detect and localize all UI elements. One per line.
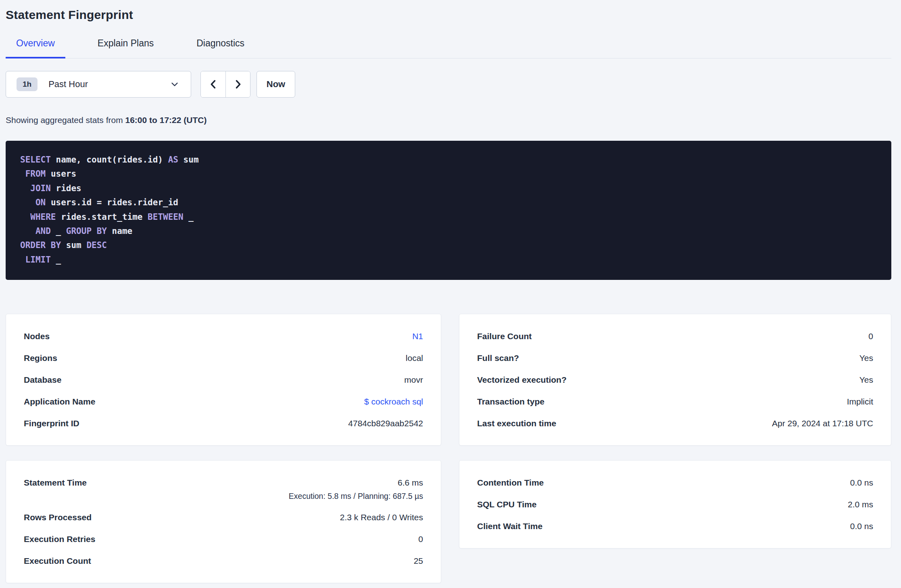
stat-value-wrap: N1 bbox=[62, 330, 423, 342]
tab-overview[interactable]: Overview bbox=[6, 38, 65, 58]
sql-text bbox=[20, 183, 30, 193]
stat-value: 2.3 k Reads / 0 Writes bbox=[340, 513, 423, 522]
page-title: Statement Fingerprint bbox=[6, 0, 891, 22]
sql-text bbox=[20, 212, 30, 222]
sql-text: sum bbox=[178, 155, 199, 165]
stat-label: Database bbox=[24, 374, 61, 386]
stat-label: Client Wait Time bbox=[477, 520, 542, 532]
sql-text bbox=[20, 169, 25, 179]
stat-value: Yes bbox=[859, 375, 873, 384]
stat-label: Statement Time bbox=[24, 477, 87, 488]
stat-row: Execution Retries0 bbox=[24, 533, 423, 545]
tab-diagnostics[interactable]: Diagnostics bbox=[186, 38, 255, 58]
sql-text bbox=[20, 255, 25, 265]
stat-value-wrap: 0.0 ns bbox=[555, 520, 873, 532]
stat-label: Rows Processed bbox=[24, 511, 92, 523]
stats-line-prefix: Showing aggregated stats from bbox=[6, 115, 125, 125]
sql-keyword: LIMIT bbox=[25, 255, 51, 265]
stat-label: Nodes bbox=[24, 330, 50, 342]
sql-keyword: JOIN bbox=[30, 183, 51, 193]
sql-keyword: WHERE bbox=[30, 212, 56, 222]
stat-value: movr bbox=[404, 375, 423, 384]
stats-line-range: 16:00 to 17:22 (UTC) bbox=[125, 115, 207, 125]
sql-line: FROM users bbox=[20, 167, 877, 181]
stat-value-link[interactable]: $ cockroach sql bbox=[364, 397, 423, 406]
sql-text bbox=[20, 198, 35, 207]
time-range-label: Past Hour bbox=[48, 79, 170, 90]
stat-value-wrap: 0 bbox=[544, 330, 873, 342]
stats-cards-grid: NodesN1RegionslocalDatabasemovrApplicati… bbox=[6, 314, 891, 583]
stat-row: Transaction typeImplicit bbox=[477, 396, 873, 407]
stat-value-wrap: Apr 29, 2024 at 17:18 UTC bbox=[568, 417, 873, 429]
stat-row: Statement Time6.6 msExecution: 5.8 ms / … bbox=[24, 477, 423, 501]
wait-timings-card: Contention Time0.0 nsSQL CPU Time2.0 msC… bbox=[459, 460, 891, 548]
next-time-range-button[interactable] bbox=[225, 71, 250, 97]
now-button[interactable]: Now bbox=[257, 71, 295, 98]
sql-text: users.id = rides.rider_id bbox=[46, 198, 178, 207]
sql-keyword: ORDER BY bbox=[20, 240, 61, 250]
stat-row: Full scan?Yes bbox=[477, 352, 873, 364]
sql-keyword: BETWEEN bbox=[148, 212, 184, 222]
stat-row: Failure Count0 bbox=[477, 330, 873, 342]
sql-keyword: FROM bbox=[25, 169, 46, 179]
stat-row: NodesN1 bbox=[24, 330, 423, 342]
stat-value: Yes bbox=[859, 353, 873, 363]
stat-value-wrap: 0.0 ns bbox=[556, 477, 873, 488]
time-range-dropdown[interactable]: 1h Past Hour bbox=[6, 71, 191, 98]
stat-row: Last execution timeApr 29, 2024 at 17:18… bbox=[477, 417, 873, 429]
stat-value-wrap: local bbox=[69, 352, 423, 364]
aggregated-stats-line: Showing aggregated stats from 16:00 to 1… bbox=[6, 115, 891, 125]
stat-value: 2.0 ms bbox=[848, 500, 873, 509]
stat-value: 0 bbox=[418, 534, 423, 544]
sql-line: AND _ GROUP BY name bbox=[20, 224, 877, 238]
stat-value-wrap: 0 bbox=[107, 533, 423, 545]
stat-value-link[interactable]: N1 bbox=[412, 332, 423, 341]
stat-label: Transaction type bbox=[477, 396, 544, 407]
stat-value-wrap: 4784cb829aab2542 bbox=[92, 417, 423, 429]
tab-explain-plans[interactable]: Explain Plans bbox=[87, 38, 164, 58]
stat-row: Application Name$ cockroach sql bbox=[24, 396, 423, 407]
stat-row: Contention Time0.0 ns bbox=[477, 477, 873, 488]
sql-line: ORDER BY sum DESC bbox=[20, 238, 877, 252]
sql-text: name, count(rides.id) bbox=[51, 155, 168, 165]
sql-text: _ bbox=[184, 212, 194, 222]
statement-timings-card: Statement Time6.6 msExecution: 5.8 ms / … bbox=[6, 460, 441, 583]
stat-label: Execution Count bbox=[24, 555, 91, 567]
sql-code: SELECT name, count(rides.id) AS sum FROM… bbox=[20, 153, 877, 267]
stat-subvalue: Execution: 5.8 ms / Planning: 687.5 µs bbox=[99, 491, 423, 501]
sql-text: rides.start_time bbox=[56, 212, 148, 222]
sql-statement-box: SELECT name, count(rides.id) AS sum FROM… bbox=[6, 141, 891, 280]
sql-keyword: GROUP BY bbox=[66, 226, 107, 236]
time-range-badge: 1h bbox=[17, 77, 38, 91]
stat-value: Implicit bbox=[847, 397, 873, 406]
sql-text: rides bbox=[51, 183, 81, 193]
stat-value: 0.0 ns bbox=[850, 478, 873, 487]
sql-text: users bbox=[46, 169, 76, 179]
sql-keyword: AND bbox=[35, 226, 51, 236]
stat-label: Fingerprint ID bbox=[24, 417, 79, 429]
previous-time-range-button[interactable] bbox=[201, 71, 225, 97]
stat-value: 6.6 ms bbox=[398, 478, 423, 487]
stat-row: Vectorized execution?Yes bbox=[477, 374, 873, 386]
stat-label: Execution Retries bbox=[24, 533, 95, 545]
sql-text: name bbox=[107, 226, 132, 236]
sql-text bbox=[20, 226, 35, 236]
stat-row: Databasemovr bbox=[24, 374, 423, 386]
time-step-buttons bbox=[200, 71, 250, 98]
stat-value: local bbox=[406, 353, 423, 363]
stat-label: Vectorized execution? bbox=[477, 374, 567, 386]
stat-label: SQL CPU Time bbox=[477, 498, 536, 510]
stat-label: Application Name bbox=[24, 396, 95, 407]
stat-value-wrap: Yes bbox=[531, 352, 873, 364]
stat-value: Apr 29, 2024 at 17:18 UTC bbox=[772, 419, 873, 428]
stat-row: Fingerprint ID4784cb829aab2542 bbox=[24, 417, 423, 429]
stat-row: Rows Processed2.3 k Reads / 0 Writes bbox=[24, 511, 423, 523]
stat-value-wrap: Yes bbox=[579, 374, 873, 386]
sql-text: sum bbox=[61, 240, 86, 250]
stat-value: 4784cb829aab2542 bbox=[348, 419, 423, 428]
chevron-right-icon bbox=[232, 79, 244, 90]
statement-details-card: NodesN1RegionslocalDatabasemovrApplicati… bbox=[6, 314, 441, 446]
stat-label: Contention Time bbox=[477, 477, 544, 488]
stat-label: Full scan? bbox=[477, 352, 519, 364]
sql-line: WHERE rides.start_time BETWEEN _ bbox=[20, 210, 877, 224]
